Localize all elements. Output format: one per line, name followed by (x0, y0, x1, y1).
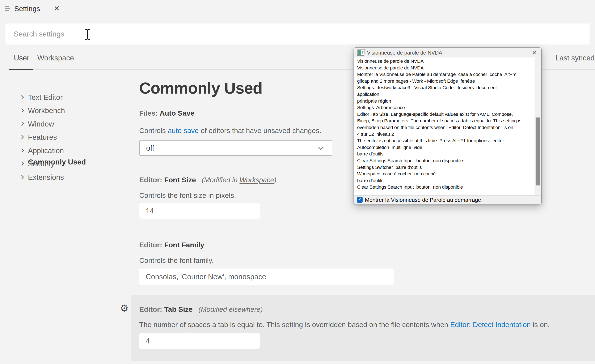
setting-desc-auto-save: Controls auto save of editors that have … (139, 126, 321, 135)
text-cursor-icon (84, 28, 92, 40)
font-family-input[interactable] (139, 269, 394, 285)
nvda-speech-log: Visionneuse de parole de NVDA Visionneus… (354, 57, 541, 195)
show-on-startup-label: Montrer la Visionneuse de Parole au déma… (365, 197, 481, 203)
speech-log-line: application (357, 91, 534, 98)
speech-log-line: 4 sur 12 niveau 2 (357, 131, 534, 138)
scrollbar-thumb[interactable] (536, 118, 540, 185)
speech-log-line: overridden based on the file contents wh… (357, 124, 534, 131)
sidebar-item-text-editor[interactable]: Text Editor (0, 93, 116, 104)
chevron-right-icon (20, 148, 24, 153)
chevron-right-icon (20, 108, 24, 112)
setting-desc-font-family: Controls the font family. (139, 256, 214, 265)
settings-tree: Commonly Used Text Editor Workbench Wind… (0, 78, 116, 364)
chevron-right-icon (20, 95, 24, 99)
setting-label-font-size: Editor: Font Size (Modified in Workspace… (139, 176, 276, 184)
sidebar-item-security[interactable]: Security (0, 160, 116, 171)
setting-label-auto-save: Files: Auto Save (139, 109, 194, 117)
auto-save-link[interactable]: auto save (168, 126, 198, 134)
speech-log-line: barre d'outils (357, 177, 534, 184)
nvda-close-icon[interactable]: ✕ (532, 49, 537, 56)
speech-log-line: The editor is not accessible at this tim… (357, 137, 534, 144)
chevron-right-icon (20, 161, 24, 166)
sidebar-item-application[interactable]: Application (0, 147, 116, 157)
chevron-right-icon (20, 135, 24, 139)
tab-size-input[interactable] (139, 333, 260, 349)
chevron-right-icon (20, 175, 24, 179)
sidebar-item-features[interactable]: Features (0, 133, 116, 144)
speech-log-line: Visionneuse de parole de NVDA (357, 58, 534, 65)
speech-log-line: Clear Settings Search Input bouton non d… (357, 184, 534, 190)
sidebar-item-workbench[interactable]: Workbench (0, 106, 116, 117)
nvda-window-title: Visionneuse de parole de NVDA (367, 50, 442, 56)
nvda-title-bar[interactable]: Visionneuse de parole de NVDA ✕ (354, 48, 541, 57)
font-size-input[interactable] (139, 203, 260, 219)
workspace-link[interactable]: Workspace (240, 176, 274, 184)
show-on-startup-checkbox[interactable]: ✓ (357, 197, 363, 203)
tab-close-icon[interactable]: ✕ (54, 4, 60, 13)
settings-tab-title[interactable]: Settings (14, 5, 40, 13)
speech-log-line: Workspace case à cocher non coché (357, 171, 534, 177)
speech-log-line: Bicep, Bicep Parameters. The number of s… (357, 118, 534, 124)
search-input[interactable] (6, 23, 589, 44)
speech-log-line: Clear Settings Search Input bouton non d… (357, 157, 534, 164)
speech-log-line: principale région (357, 98, 534, 105)
detect-indentation-link[interactable]: Editor: Detect Indentation (450, 321, 531, 329)
tab-user[interactable]: User (14, 54, 29, 62)
sidebar-item-window[interactable]: Window (0, 120, 116, 131)
speech-log-line: Editor Tab Size. Language-specific defau… (357, 111, 534, 118)
active-tab-underline (9, 69, 33, 70)
checkmark-icon: ✓ (358, 197, 361, 202)
auto-save-select[interactable]: off (139, 140, 332, 156)
settings-search-bar (6, 23, 589, 44)
setting-label-font-family: Editor: Font Family (139, 241, 204, 249)
speech-log-line: Settings - testworkspace3 - Visual Studi… (357, 84, 534, 91)
speech-log-line: Montrer la Visionneuse de Parole au déma… (357, 71, 534, 78)
setting-label-tab-size: Editor: Tab Size (Modified elsewhere) (139, 305, 263, 314)
speech-log-line: Autocomplétion multiligne vide (357, 144, 534, 151)
setting-desc-font-size: Controls the font size in pixels. (139, 191, 236, 200)
sidebar-item-extensions[interactable]: Extensions (0, 173, 116, 184)
page-title: Commonly Used (139, 79, 262, 97)
nvda-footer: ✓ Montrer la Visionneuse de Parole au dé… (354, 195, 541, 204)
speech-log-line: Settings Switcher barre d'outils (357, 164, 534, 171)
speech-log-line: barre d'outils (357, 151, 534, 157)
editor-tab-bar: Settings ✕ (0, 0, 595, 17)
gear-icon[interactable]: ⚙ (120, 302, 128, 314)
scrollbar-track[interactable] (535, 57, 541, 195)
chevron-down-icon (318, 145, 323, 150)
speech-log-line: Visionneuse de parole de NVDA (357, 65, 534, 71)
sidebar-divider (116, 78, 116, 364)
nvda-app-icon (357, 49, 364, 56)
setting-desc-tab-size: The number of spaces a tab is equal to. … (139, 321, 550, 329)
last-synced-label: Last synced (555, 54, 595, 62)
nvda-speech-viewer-window: Visionneuse de parole de NVDA ✕ Visionne… (354, 47, 542, 204)
speech-log-line: Settings Arborescence (357, 104, 534, 111)
speech-log-line: gifcap and 2 more pages - Work - Microso… (357, 78, 534, 84)
menu-icon (5, 6, 10, 12)
chevron-right-icon (20, 122, 24, 126)
tab-workspace[interactable]: Workspace (37, 54, 74, 62)
